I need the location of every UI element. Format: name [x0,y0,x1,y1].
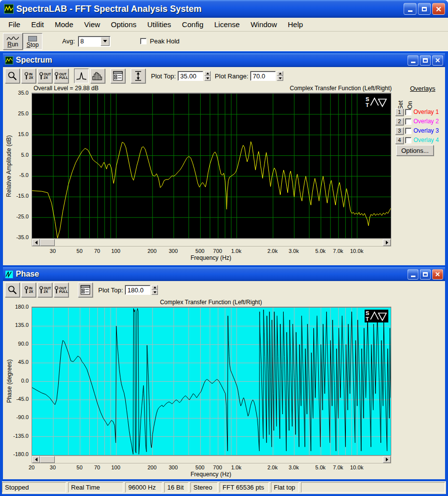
scroll-right-button[interactable] [383,456,391,463]
status-panel-real-time: Real Time [68,482,123,493]
menu-item-utilities[interactable]: Utilities [142,19,177,30]
minimize-icon [411,276,415,277]
menu-item-window[interactable]: Window [245,19,282,30]
overall-level-text: Overall Level = 29.88 dB [34,85,99,92]
status-bar: StoppedReal Time96000 Hz16 BitStereoFFT … [2,481,446,494]
spectrum-titlebar[interactable]: Spectrum ✕ [3,53,445,67]
menu-item-mode[interactable]: Mode [49,19,79,30]
peak-hold-checkbox[interactable] [140,38,147,44]
x-tick-label: 700 [213,248,222,254]
spectrum-maximize-button[interactable] [420,55,431,66]
x-tick-label: 5.0k [315,248,326,254]
spectrum-minimize-button[interactable] [408,55,418,66]
minimize-icon [408,10,412,12]
spin-up-button[interactable] [277,71,283,76]
scroll-left-button[interactable] [32,456,40,463]
spectrum-x-axis-labels: 3050701002003005007001.0k2.0k3.0k5.0k7.0… [32,248,390,255]
run-wave-icon [6,35,19,41]
spin-down-button[interactable] [151,290,158,295]
menu-item-config[interactable]: Config [177,19,209,30]
overlay-row-2: 2Overlay 2 [395,117,439,126]
minimize-button[interactable] [404,3,416,15]
spin-down-button[interactable] [204,76,211,81]
y-tick-label: 180.0 [15,304,29,310]
zoom-in-2x-button[interactable]: IN2X [21,283,36,297]
menu-item-edit[interactable]: Edit [26,19,49,30]
overlay-on-checkbox-3[interactable] [405,128,411,134]
avg-combobox[interactable]: 8 [78,36,111,47]
phase-plot-top-input[interactable]: 180.0 [125,285,150,295]
overlays-options-button[interactable]: Options... [396,145,434,156]
menu-item-license[interactable]: License [209,19,245,30]
x-tick-label: 1.0k [231,248,241,254]
zoom-out-full-button[interactable]: OUTFULL [54,69,69,83]
y-tick-label: -25.0 [16,213,29,219]
zoom-in-2x-button[interactable]: IN2X [21,69,36,83]
phase-x-axis-labels: 203050701002003005007001.0k2.0k3.0k5.0k7… [32,464,390,471]
spectrum-x-axis-title: Frequency (Hz) [32,254,390,261]
close-icon: ✕ [436,5,442,13]
spectralab-logo: S T [365,96,388,108]
spin-up-button[interactable] [151,285,158,290]
spectrum-plot-top-input[interactable]: 35.00 [178,71,203,81]
display-options-button[interactable] [78,283,93,297]
scroll-left-button[interactable] [32,239,40,246]
overlays-heading: Overlays [410,85,435,92]
x-tick-label: 1.0k [231,464,241,470]
display-options-button[interactable] [111,69,125,83]
overlay-set-button-1[interactable]: 1 [395,108,404,116]
overlay-set-button-2[interactable]: 2 [395,118,404,125]
y-tick-label: 45.0 [18,359,29,365]
bar-plot-mode-button[interactable] [90,69,105,83]
overlay-set-button-3[interactable]: 3 [395,127,404,135]
status-panel-96000-hz: 96000 Hz [125,482,162,493]
overlay-label-2: Overlay 2 [413,118,439,125]
spin-down-button[interactable] [277,76,283,81]
vertical-scale-button[interactable] [131,69,146,83]
zoom-out-2x-button[interactable]: OUT2X [37,283,52,297]
phase-titlebar[interactable]: Phase ✕ [3,267,445,281]
spectrum-plot-canvas[interactable] [32,93,391,239]
line-plot-mode-button[interactable] [74,69,89,83]
phase-maximize-button[interactable] [420,269,431,280]
scroll-thumb[interactable] [40,239,55,246]
run-button[interactable]: Run [3,33,23,50]
spin-up-button[interactable] [204,71,211,76]
zoom-button[interactable] [5,69,20,83]
phase-minimize-button[interactable] [408,269,418,280]
zoom-out-full-button[interactable]: OUTFULL [54,283,69,297]
x-tick-label: 70 [94,248,100,254]
spectrum-plot-range-input[interactable]: 70.0 [250,71,276,81]
main-titlebar[interactable]: SpectraLAB - FFT Spectral Analysis Syste… [0,0,448,18]
avg-dropdown-button[interactable] [101,37,110,46]
scroll-right-button[interactable] [383,239,391,246]
maximize-button[interactable] [418,3,431,15]
phase-plot-top-spinner[interactable] [151,285,158,295]
zoom-button[interactable] [5,283,20,297]
y-tick-label: 35.0 [18,90,29,96]
spectrum-close-button[interactable]: ✕ [432,55,443,66]
phase-h-scrollbar[interactable] [32,456,391,463]
overlay-set-button-4[interactable]: 4 [395,137,404,144]
spectrum-plot-range-spinner[interactable] [277,71,283,81]
close-button[interactable]: ✕ [432,3,445,15]
spectrum-plot-top-spinner[interactable] [204,71,211,81]
menu-item-options[interactable]: Options [106,19,142,30]
stop-button[interactable]: Stop [23,33,42,50]
overlay-on-checkbox-1[interactable] [405,109,411,115]
menu-item-file[interactable]: File [3,19,26,30]
overlay-on-checkbox-2[interactable] [405,118,411,125]
menu-item-help[interactable]: Help [282,19,308,30]
svg-text:S: S [366,96,369,102]
phase-plot-canvas[interactable] [32,307,391,456]
overlay-on-checkbox-4[interactable] [405,137,411,143]
scroll-thumb[interactable] [40,456,55,463]
x-tick-label: 200 [148,464,156,470]
phase-close-button[interactable]: ✕ [432,269,443,280]
magnifier-icon [24,72,29,80]
zoom-out-2x-button[interactable]: OUT2X [37,69,52,83]
status-panel-fft-65536-pts: FFT 65536 pts [220,482,269,493]
spectrum-h-scrollbar[interactable] [32,239,391,247]
menu-item-view[interactable]: View [79,19,106,30]
x-tick-label: 30 [50,248,56,254]
